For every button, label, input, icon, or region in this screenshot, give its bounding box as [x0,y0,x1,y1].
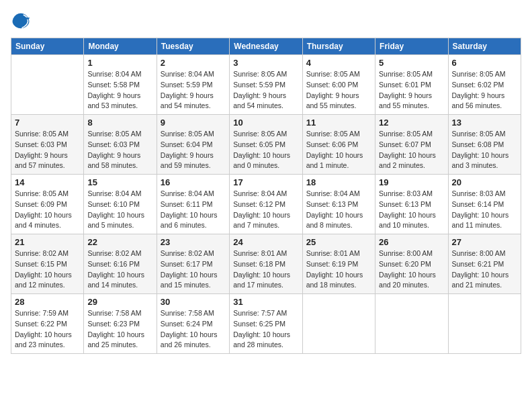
day-info: Sunrise: 8:05 AMSunset: 6:02 PMDaylight:… [452,69,517,111]
day-info: Sunrise: 8:04 AMSunset: 6:11 PMDaylight:… [161,189,226,231]
day-number: 31 [233,297,298,307]
day-info: Sunrise: 8:01 AMSunset: 6:19 PMDaylight:… [306,248,371,291]
calendar-cell: 10Sunrise: 8:05 AMSunset: 6:05 PMDayligh… [230,115,302,175]
calendar-cell: 17Sunrise: 8:04 AMSunset: 6:12 PMDayligh… [230,175,302,234]
day-info: Sunrise: 8:05 AMSunset: 6:05 PMDaylight:… [233,129,298,171]
calendar-cell: 9Sunrise: 8:05 AMSunset: 6:04 PMDaylight… [157,115,229,175]
day-number: 8 [87,118,152,128]
day-number: 14 [15,177,80,187]
calendar-cell: 23Sunrise: 8:02 AMSunset: 6:17 PMDayligh… [157,234,229,294]
day-info: Sunrise: 8:00 AMSunset: 6:20 PMDaylight:… [379,248,444,291]
day-info: Sunrise: 8:00 AMSunset: 6:21 PMDaylight:… [452,248,517,291]
weekday-header: Monday [84,38,157,55]
calendar-cell: 22Sunrise: 8:02 AMSunset: 6:16 PMDayligh… [84,234,157,294]
day-info: Sunrise: 8:04 AMSunset: 6:10 PMDaylight:… [87,189,152,231]
calendar-cell: 8Sunrise: 8:05 AMSunset: 6:03 PMDaylight… [84,115,157,175]
day-number: 28 [15,297,80,307]
calendar-cell [11,55,84,115]
day-number: 17 [233,177,298,187]
weekday-header: Wednesday [230,38,302,55]
day-number: 7 [15,118,80,128]
calendar-cell: 3Sunrise: 8:05 AMSunset: 5:59 PMDaylight… [230,55,302,115]
day-info: Sunrise: 8:05 AMSunset: 6:08 PMDaylight:… [452,129,517,171]
calendar-cell: 16Sunrise: 8:04 AMSunset: 6:11 PMDayligh… [157,175,229,234]
calendar-cell: 29Sunrise: 7:58 AMSunset: 6:23 PMDayligh… [84,294,157,354]
calendar-cell: 31Sunrise: 7:57 AMSunset: 6:25 PMDayligh… [230,294,302,354]
day-info: Sunrise: 8:02 AMSunset: 6:15 PMDaylight:… [15,248,80,291]
calendar-cell: 26Sunrise: 8:00 AMSunset: 6:20 PMDayligh… [375,234,448,294]
weekday-header: Saturday [448,38,521,55]
day-info: Sunrise: 8:05 AMSunset: 6:06 PMDaylight:… [306,129,371,171]
weekday-header: Friday [375,38,448,55]
calendar-cell: 18Sunrise: 8:04 AMSunset: 6:13 PMDayligh… [302,175,375,234]
day-number: 23 [161,237,226,247]
day-number: 19 [379,177,444,187]
day-number: 24 [233,237,298,247]
calendar-cell: 7Sunrise: 8:05 AMSunset: 6:03 PMDaylight… [11,115,84,175]
day-info: Sunrise: 8:03 AMSunset: 6:13 PMDaylight:… [379,189,444,231]
calendar-cell: 27Sunrise: 8:00 AMSunset: 6:21 PMDayligh… [448,234,521,294]
calendar-cell: 21Sunrise: 8:02 AMSunset: 6:15 PMDayligh… [11,234,84,294]
calendar-cell: 28Sunrise: 7:59 AMSunset: 6:22 PMDayligh… [11,294,84,354]
calendar-cell: 12Sunrise: 8:05 AMSunset: 6:07 PMDayligh… [375,115,448,175]
calendar-week-row: 7Sunrise: 8:05 AMSunset: 6:03 PMDaylight… [11,115,521,175]
day-number: 5 [379,58,444,68]
day-info: Sunrise: 7:58 AMSunset: 6:23 PMDaylight:… [87,308,152,351]
day-number: 20 [452,177,517,187]
day-info: Sunrise: 8:03 AMSunset: 6:14 PMDaylight:… [452,189,517,231]
day-info: Sunrise: 8:02 AMSunset: 6:17 PMDaylight:… [161,248,226,291]
day-number: 9 [161,118,226,128]
calendar-cell: 11Sunrise: 8:05 AMSunset: 6:06 PMDayligh… [302,115,375,175]
calendar-cell: 14Sunrise: 8:05 AMSunset: 6:09 PMDayligh… [11,175,84,234]
day-number: 16 [161,177,226,187]
page-header [11,11,521,31]
calendar-week-row: 1Sunrise: 8:04 AMSunset: 5:58 PMDaylight… [11,55,521,115]
day-number: 13 [452,118,517,128]
day-info: Sunrise: 8:05 AMSunset: 6:07 PMDaylight:… [379,129,444,171]
day-info: Sunrise: 7:59 AMSunset: 6:22 PMDaylight:… [15,308,80,351]
weekday-header: Sunday [11,38,84,55]
day-info: Sunrise: 8:02 AMSunset: 6:16 PMDaylight:… [87,248,152,291]
day-info: Sunrise: 8:04 AMSunset: 6:12 PMDaylight:… [233,189,298,231]
day-number: 30 [161,297,226,307]
day-info: Sunrise: 7:58 AMSunset: 6:24 PMDaylight:… [161,308,226,351]
calendar-cell: 25Sunrise: 8:01 AMSunset: 6:19 PMDayligh… [302,234,375,294]
calendar-cell [448,294,521,354]
calendar-week-row: 14Sunrise: 8:05 AMSunset: 6:09 PMDayligh… [11,175,521,234]
day-info: Sunrise: 7:57 AMSunset: 6:25 PMDaylight:… [233,308,298,351]
day-number: 6 [452,58,517,68]
day-number: 27 [452,237,517,247]
day-number: 26 [379,237,444,247]
day-info: Sunrise: 8:04 AMSunset: 5:58 PMDaylight:… [87,69,152,111]
calendar-cell: 5Sunrise: 8:05 AMSunset: 6:01 PMDaylight… [375,55,448,115]
calendar-cell: 19Sunrise: 8:03 AMSunset: 6:13 PMDayligh… [375,175,448,234]
calendar-table: SundayMondayTuesdayWednesdayThursdayFrid… [11,38,521,354]
day-number: 4 [306,58,371,68]
calendar-week-row: 21Sunrise: 8:02 AMSunset: 6:15 PMDayligh… [11,234,521,294]
calendar-cell: 4Sunrise: 8:05 AMSunset: 6:00 PMDaylight… [302,55,375,115]
day-info: Sunrise: 8:04 AMSunset: 5:59 PMDaylight:… [161,69,226,111]
day-number: 25 [306,237,371,247]
calendar-cell: 2Sunrise: 8:04 AMSunset: 5:59 PMDaylight… [157,55,229,115]
day-number: 1 [87,58,152,68]
weekday-header: Thursday [302,38,375,55]
day-number: 12 [379,118,444,128]
calendar-cell: 24Sunrise: 8:01 AMSunset: 6:18 PMDayligh… [230,234,302,294]
calendar-cell: 6Sunrise: 8:05 AMSunset: 6:02 PMDaylight… [448,55,521,115]
calendar-cell: 13Sunrise: 8:05 AMSunset: 6:08 PMDayligh… [448,115,521,175]
day-info: Sunrise: 8:05 AMSunset: 6:09 PMDaylight:… [15,189,80,231]
day-number: 11 [306,118,371,128]
day-info: Sunrise: 8:05 AMSunset: 6:03 PMDaylight:… [15,129,80,171]
day-number: 3 [233,58,298,68]
day-number: 22 [87,237,152,247]
day-info: Sunrise: 8:05 AMSunset: 6:04 PMDaylight:… [161,129,226,171]
day-number: 18 [306,177,371,187]
calendar-header-row: SundayMondayTuesdayWednesdayThursdayFrid… [11,38,521,55]
day-info: Sunrise: 8:05 AMSunset: 6:01 PMDaylight:… [379,69,444,111]
weekday-header: Tuesday [157,38,229,55]
calendar-cell: 15Sunrise: 8:04 AMSunset: 6:10 PMDayligh… [84,175,157,234]
calendar-cell [302,294,375,354]
day-number: 29 [87,297,152,307]
day-number: 2 [161,58,226,68]
day-info: Sunrise: 8:04 AMSunset: 6:13 PMDaylight:… [306,189,371,231]
